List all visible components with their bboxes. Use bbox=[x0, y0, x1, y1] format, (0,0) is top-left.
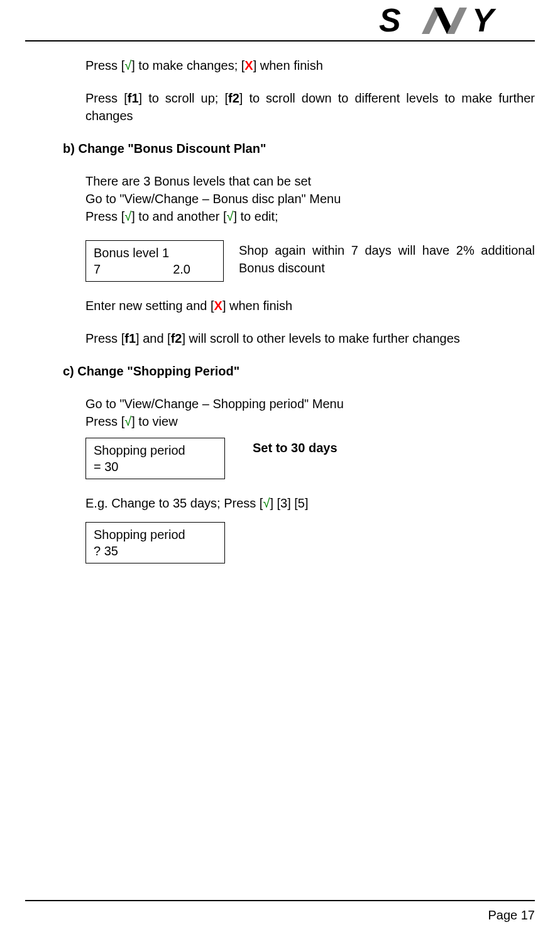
shopping-description: Set to 30 days bbox=[240, 438, 535, 457]
lcd-display-shopping-1: Shopping period = 30 bbox=[85, 438, 225, 479]
lcd-display-bonus: Bonus level 1 7 2.0 bbox=[85, 240, 224, 282]
text: ] to edit; bbox=[233, 209, 278, 223]
text: ] when finish bbox=[222, 299, 292, 313]
check-symbol: √ bbox=[263, 496, 270, 510]
text: Go to "View/Change – Shopping period" Me… bbox=[85, 395, 535, 413]
lcd-line-1: Bonus level 1 bbox=[94, 245, 216, 261]
text: ] to view bbox=[131, 414, 177, 428]
check-symbol: √ bbox=[226, 209, 233, 223]
svg-text:S: S bbox=[379, 4, 401, 38]
instruction-line-1: Press [√] to make changes; [X] when fini… bbox=[85, 57, 535, 74]
lcd-line-2: 7 2.0 bbox=[94, 261, 216, 277]
x-symbol: X bbox=[214, 299, 222, 313]
text: Enter new setting and [ bbox=[85, 299, 214, 313]
text: Go to "View/Change – Bonus disc plan" Me… bbox=[85, 190, 535, 208]
x-symbol: X bbox=[244, 58, 253, 72]
svg-marker-3 bbox=[447, 8, 467, 34]
lcd-line-1: Shopping period bbox=[94, 442, 217, 458]
lcd-line-2: ? 35 bbox=[94, 543, 217, 559]
shopping-display-row-2: Shopping period ? 35 bbox=[85, 522, 535, 563]
text: Press [ bbox=[85, 414, 124, 428]
text: There are 3 Bonus levels that can be set bbox=[85, 172, 535, 190]
check-symbol: √ bbox=[124, 209, 131, 223]
page-number: Page 17 bbox=[488, 908, 535, 922]
section-b-heading: b) Change "Bonus Discount Plan" bbox=[63, 140, 535, 157]
text: ] [3] [5] bbox=[270, 496, 308, 510]
key-f1: f1 bbox=[124, 331, 136, 345]
lcd-value-right: 2.0 bbox=[173, 261, 190, 277]
text: ] will scroll to other levels to make fu… bbox=[182, 331, 459, 345]
lcd-line-1: Shopping period bbox=[94, 526, 217, 543]
lcd-line-2: = 30 bbox=[94, 458, 217, 475]
text: ] to and another [ bbox=[131, 209, 226, 223]
text: Press [√] to and another [√] to edit; bbox=[85, 208, 535, 225]
instruction-line-2: Press [f1] to scroll up; [f2] to scroll … bbox=[85, 89, 535, 125]
section-b-intro: There are 3 Bonus levels that can be set… bbox=[85, 172, 535, 225]
check-symbol: √ bbox=[124, 414, 131, 428]
page-header: S Y bbox=[25, 0, 535, 42]
text: Press [ bbox=[85, 91, 128, 105]
brand-logo: S Y bbox=[379, 4, 535, 42]
svg-text:Y: Y bbox=[472, 4, 497, 38]
section-b-line4: Enter new setting and [X] when finish bbox=[85, 297, 535, 314]
bonus-description: Shop again within 7 days will have 2% ad… bbox=[239, 240, 535, 277]
text: ] when finish bbox=[253, 58, 323, 72]
text: E.g. Change to 35 days; Press [ bbox=[85, 496, 263, 510]
text: Press [ bbox=[85, 331, 124, 345]
page-footer: Page 17 bbox=[25, 900, 535, 924]
text: ] and [ bbox=[136, 331, 171, 345]
section-b-line5: Press [f1] and [f2] will scroll to other… bbox=[85, 330, 535, 347]
text: Press [√] to view bbox=[85, 413, 535, 430]
section-c-line3: E.g. Change to 35 days; Press [√] [3] [5… bbox=[85, 494, 535, 512]
lcd-display-shopping-2: Shopping period ? 35 bbox=[85, 522, 225, 563]
page-content: Press [√] to make changes; [X] when fini… bbox=[0, 42, 560, 563]
key-f2: f2 bbox=[171, 331, 182, 345]
text: Press [ bbox=[85, 58, 124, 72]
text: Press [ bbox=[85, 209, 124, 223]
bonus-display-row: Bonus level 1 7 2.0 Shop again within 7 … bbox=[85, 240, 535, 282]
section-c-heading: c) Change "Shopping Period" bbox=[63, 362, 535, 380]
key-f1: f1 bbox=[128, 91, 139, 105]
shopping-display-row-1: Shopping period = 30 Set to 30 days bbox=[85, 438, 535, 479]
check-symbol: √ bbox=[124, 58, 131, 72]
text: ] to scroll up; [ bbox=[139, 91, 228, 105]
lcd-value-left: 7 bbox=[94, 261, 101, 277]
section-c-intro: Go to "View/Change – Shopping period" Me… bbox=[85, 395, 535, 430]
key-f2: f2 bbox=[228, 91, 239, 105]
text: ] to make changes; [ bbox=[131, 58, 244, 72]
